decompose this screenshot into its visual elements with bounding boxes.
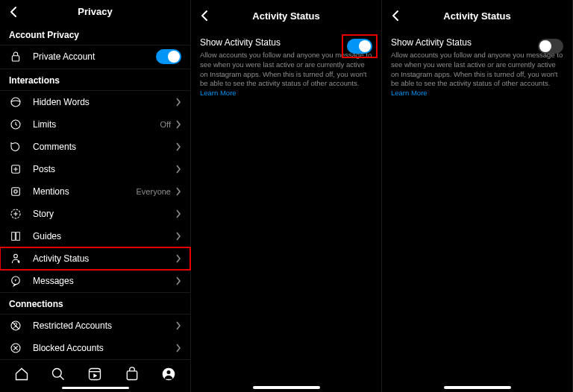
guides-icon [9,230,22,243]
chevron-left-icon [200,10,209,22]
section-interactions: Interactions [0,69,190,91]
hidden-words-label: Hidden Words [33,97,175,107]
hidden-words-icon [9,95,22,109]
mentions-icon [9,185,22,198]
svg-point-22 [53,368,62,377]
limits-aux: Off [160,120,171,129]
svg-line-23 [60,376,64,379]
svg-point-13 [14,254,18,258]
story-row[interactable]: Story [0,203,190,225]
chevron-right-icon [175,98,181,107]
activity-status-label: Activity Status [33,253,175,264]
tab-search[interactable] [50,366,66,382]
back-button[interactable] [388,8,403,23]
home-indicator [62,387,129,389]
activity-status-icon [9,252,22,265]
chevron-right-icon [175,276,181,285]
chevron-right-icon [175,232,181,241]
story-label: Story [33,209,175,219]
blocked-icon [9,341,22,355]
svg-point-1 [11,98,20,107]
mentions-aux: Everyone [137,187,171,196]
chevron-right-icon [175,142,181,151]
limits-icon [9,118,22,131]
header: Activity Status [191,0,381,31]
restricted-icon [9,319,22,332]
chevron-right-icon [175,120,181,129]
svg-rect-11 [12,233,16,241]
svg-rect-27 [127,371,137,380]
home-indicator [444,386,511,389]
blocked-label: Blocked Accounts [33,343,175,353]
chevron-right-icon [175,187,181,196]
learn-more-link[interactable]: Learn More [391,89,428,97]
svg-rect-24 [90,368,101,379]
header: Privacy [0,0,190,24]
comments-icon [9,140,22,154]
posts-label: Posts [33,164,175,174]
back-button[interactable] [6,4,21,19]
svg-rect-0 [12,56,19,61]
svg-rect-6 [12,188,20,196]
svg-point-29 [167,370,171,374]
tab-home[interactable] [13,366,30,382]
chevron-right-icon [175,321,181,330]
activity-status-row[interactable]: Activity Status [0,247,190,270]
messages-label: Messages [33,276,175,286]
header: Activity Status [382,0,572,31]
comments-label: Comments [33,142,175,152]
show-activity-block: Show Activity Status Allow accounts you … [382,31,572,98]
blocked-row[interactable]: Blocked Accounts [0,337,190,359]
header-title: Privacy [78,6,112,17]
activity-status-panel-off: Activity Status Show Activity Status All… [382,0,573,392]
svg-marker-26 [94,373,98,378]
tab-shop[interactable] [124,366,140,382]
story-icon [9,207,22,221]
header-title: Activity Status [252,10,319,22]
limits-label: Limits [33,119,160,130]
svg-rect-12 [16,233,20,241]
back-button[interactable] [197,8,212,23]
posts-row[interactable]: Posts [0,158,190,180]
tab-bar [0,359,190,385]
section-account-privacy: Account Privacy [0,24,190,45]
tab-reels[interactable] [87,366,103,382]
header-title: Activity Status [443,10,510,22]
mentions-label: Mentions [33,186,137,197]
private-account-row[interactable]: Private Account [0,45,190,69]
home-indicator [253,386,320,389]
section-connections: Connections [0,292,190,314]
posts-icon [9,162,22,176]
tab-profile[interactable] [160,366,177,382]
limits-row[interactable]: Limits Off [0,113,190,136]
show-activity-toggle[interactable] [538,39,563,54]
learn-more-link[interactable]: Learn More [200,89,237,97]
restricted-row[interactable]: Restricted Accounts [0,314,190,337]
privacy-panel: Privacy Account Privacy Private Account … [0,0,191,392]
chevron-left-icon [391,10,400,22]
chevron-right-icon [175,165,181,174]
comments-row[interactable]: Comments [0,136,190,158]
show-activity-toggle[interactable] [347,39,372,54]
lock-icon [9,50,22,63]
private-account-toggle[interactable] [156,49,181,64]
messages-row[interactable]: Messages [0,270,190,292]
guides-label: Guides [33,231,175,241]
private-account-label: Private Account [33,51,156,62]
chevron-left-icon [9,6,18,18]
messages-icon [9,274,22,288]
show-activity-block: Show Activity Status Allow accounts you … [191,31,381,98]
svg-point-14 [18,261,20,263]
chevron-right-icon [175,344,181,353]
show-activity-desc: Allow accounts you follow and anyone you… [391,51,563,98]
chevron-right-icon [175,209,181,218]
hidden-words-row[interactable]: Hidden Words [0,91,190,113]
restricted-label: Restricted Accounts [33,320,175,331]
mentions-row[interactable]: Mentions Everyone [0,180,190,203]
chevron-right-icon [175,254,181,263]
activity-status-panel-on: Activity Status Show Activity Status All… [191,0,382,392]
guides-row[interactable]: Guides [0,225,190,247]
show-activity-desc: Allow accounts you follow and anyone you… [200,51,372,98]
